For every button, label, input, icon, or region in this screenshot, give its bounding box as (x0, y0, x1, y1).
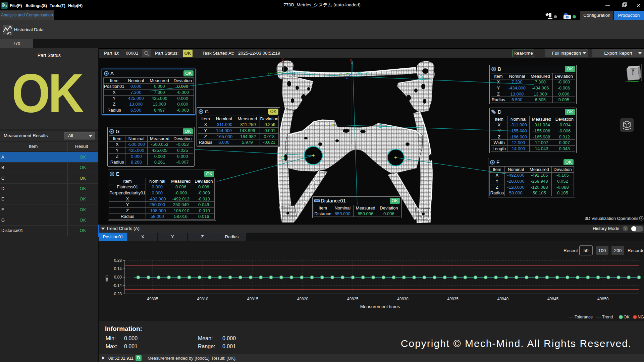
svg-text:49810: 49810 (197, 297, 209, 301)
svg-text:Z: Z (346, 76, 348, 79)
svg-text:Y: Y (267, 71, 270, 75)
svg-text:0.00: 0.00 (114, 275, 122, 280)
svg-text:49845: 49845 (547, 297, 559, 301)
svg-text:49830: 49830 (397, 297, 409, 301)
svg-text:OK: OK (624, 315, 630, 319)
svg-text:NG: NG (638, 315, 644, 319)
svg-text:XYAlignment01: XYAlignment01 (286, 70, 308, 74)
svg-text:49825: 49825 (347, 297, 359, 301)
svg-text:100: 100 (598, 248, 606, 253)
svg-text:49835: 49835 (447, 297, 459, 301)
svg-text:-0.14: -0.14 (113, 283, 122, 288)
svg-text:Recent: Recent (564, 248, 578, 253)
svg-text:Trend: Trend (602, 315, 613, 319)
svg-text:49815: 49815 (247, 297, 259, 301)
svg-text:49850: 49850 (597, 297, 609, 301)
svg-text:Tolerance: Tolerance (575, 315, 593, 319)
svg-text:49805: 49805 (147, 297, 158, 301)
svg-text:X: X (350, 58, 353, 62)
svg-text:Z: Z (278, 75, 280, 78)
svg-text:Measurement times: Measurement times (360, 304, 400, 309)
svg-text:X: X (281, 58, 284, 62)
svg-text:Y: Y (340, 72, 342, 76)
svg-text:0.14: 0.14 (114, 266, 122, 271)
svg-text:Z2Plane01: Z2Plane01 (354, 71, 370, 75)
svg-text:-0.28: -0.28 (113, 292, 122, 296)
svg-text:50: 50 (583, 248, 588, 253)
svg-text:Records: Records (628, 248, 644, 253)
svg-text:mm: mm (104, 276, 109, 283)
svg-text:0.28: 0.28 (114, 258, 122, 263)
svg-text:49820: 49820 (297, 297, 309, 301)
svg-text:49840: 49840 (497, 297, 509, 301)
svg-text:200: 200 (614, 248, 622, 253)
svg-text:TOP: TOP (632, 69, 635, 75)
